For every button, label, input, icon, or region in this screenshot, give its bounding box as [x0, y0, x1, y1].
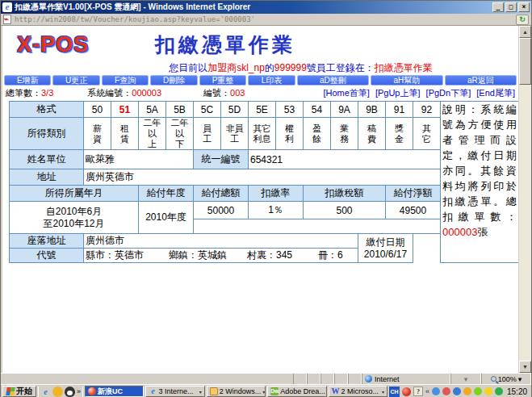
reset-button[interactable]: P重整: [199, 75, 246, 86]
record-no-value: 003: [230, 88, 245, 98]
taskbar-clock[interactable]: 15:20: [507, 387, 527, 396]
pay-total-field[interactable]: 50000: [194, 202, 249, 219]
format-option-5d[interactable]: 5D: [221, 102, 249, 118]
language-indicator[interactable]: CH: [389, 387, 400, 397]
address-field[interactable]: 廣州英德市: [84, 169, 441, 186]
scroll-thumb[interactable]: [519, 38, 531, 85]
uid-button[interactable]: 統一編號: [194, 150, 249, 169]
format-option-9b[interactable]: 9B: [358, 102, 386, 118]
format-option-91[interactable]: 91: [386, 102, 413, 118]
zoom-control[interactable]: 100% ▾: [481, 374, 531, 384]
task-sina-uc[interactable]: 新浪UC: [85, 386, 144, 397]
delete-button[interactable]: D刪除: [150, 75, 197, 86]
add-button[interactable]: E增新: [4, 75, 51, 86]
total-records-label: 總筆數：: [6, 87, 41, 99]
tray-messenger-icon[interactable]: [432, 387, 440, 395]
scroll-up-arrow[interactable]: ▲: [519, 26, 531, 38]
format-option-5a[interactable]: 5A: [139, 102, 166, 118]
format-option-92[interactable]: 92: [413, 102, 441, 118]
nav-home-first[interactable]: [Home首筆]: [323, 88, 369, 98]
record-no-label: 編號：: [203, 87, 230, 99]
scroll-track[interactable]: [519, 85, 531, 361]
pay-year-field: 2010年度: [139, 202, 194, 234]
scroll-down-arrow[interactable]: ▼: [519, 361, 531, 373]
close-button[interactable]: ×: [518, 2, 530, 12]
login-status-line: 您目前以加盟商skl_np的999999號員工登錄在：扣繳憑單作業: [2, 62, 518, 73]
tray-antivirus-icon[interactable]: [463, 387, 471, 395]
format-option-9a[interactable]: 9A: [331, 102, 358, 118]
format-option-5e[interactable]: 5E: [249, 102, 276, 118]
category-other: 其它: [413, 118, 441, 150]
format-option-5c[interactable]: 5C: [194, 102, 221, 118]
category-salary: 薪資: [84, 118, 111, 150]
net-field[interactable]: 49500: [386, 202, 441, 219]
task-windows-explorer-group[interactable]: 2 Windows... ▾: [207, 386, 266, 397]
refresh-go-button[interactable]: ↻: [516, 15, 529, 25]
income-category-label: 所得類別: [10, 118, 84, 150]
rate-field[interactable]: 1％: [249, 202, 304, 219]
tray-safety-icon[interactable]: [495, 387, 503, 395]
page-error-icon: [3, 15, 11, 24]
minimize-button[interactable]: _: [492, 2, 504, 12]
batch-delete-button[interactable]: aD整刪: [297, 75, 369, 86]
nav-pgdn-next[interactable]: [PgDn下筆]: [426, 88, 471, 98]
nav-pgup-prev[interactable]: [PgUp上筆]: [375, 88, 421, 98]
return-button[interactable]: aR返回: [445, 75, 517, 86]
quicklaunch-qq-icon[interactable]: [65, 387, 75, 397]
internet-globe-icon: [365, 375, 372, 382]
code-town[interactable]: 鄉鎮：英城鎮: [169, 249, 247, 262]
print-button[interactable]: L印表: [248, 75, 295, 86]
total-records-value: 3/3: [41, 88, 53, 98]
tray-expand-chevron[interactable]: «: [425, 387, 429, 395]
page-body: X-POS 扣繳憑單作業 您目前以加盟商skl_np的999999號員工登錄在：…: [2, 26, 518, 373]
tray-volume-icon[interactable]: [453, 387, 461, 395]
task-internet-explorer-group[interactable]: e 3 Interne... ▾: [145, 386, 204, 397]
format-option-5b[interactable]: 5B: [166, 102, 194, 118]
tray-qq-icon[interactable]: [442, 387, 450, 395]
name-field[interactable]: 歐萊雅: [84, 150, 194, 169]
format-option-54[interactable]: 54: [304, 102, 331, 118]
query-button[interactable]: F查詢: [102, 75, 149, 86]
voucher-form-table: 格式 50 51 5A 5B 5C 5D 5E 53 54 9A 9B 91 9…: [9, 101, 518, 263]
format-option-50[interactable]: 50: [84, 102, 111, 118]
format-option-51-selected[interactable]: 51: [111, 102, 139, 118]
code-book[interactable]: 冊：6: [318, 249, 358, 262]
url-input[interactable]: http://win2008/tw/Voucher/koujiao.asp?ke…: [15, 15, 516, 23]
category-non-employee: 非員工: [221, 118, 249, 150]
tray-security-icon[interactable]: [402, 387, 411, 396]
task-adobe-dreamweaver[interactable]: Dw Adobe Drea...: [267, 386, 326, 397]
ie-icon: e: [2, 2, 12, 12]
tax-field[interactable]: 500: [304, 202, 386, 219]
location-label: 座落地址: [10, 234, 84, 249]
windows-flag-icon: [6, 387, 15, 395]
quicklaunch-mail-icon[interactable]: [52, 387, 63, 397]
taskbar: 开始 e » 新浪UC e 3 Interne... ▾ 2 Windows..…: [1, 384, 531, 397]
quicklaunch-more-chevron[interactable]: »: [77, 387, 81, 397]
code-village[interactable]: 村裏：345: [247, 249, 318, 262]
status-cell-1: [293, 374, 307, 384]
category-other-interest: 其它利息: [249, 118, 276, 150]
tray-help-icon[interactable]: ?: [413, 387, 423, 396]
help-button[interactable]: aH幫助: [371, 75, 442, 86]
uid-field[interactable]: 654321: [249, 150, 441, 169]
start-button[interactable]: 开始: [2, 386, 36, 397]
nav-end-last[interactable]: [End尾筆]: [476, 88, 515, 98]
word-icon: W: [332, 387, 340, 395]
period-to: 至2010年12月: [11, 218, 136, 230]
tray-shield-icon[interactable]: [484, 387, 492, 395]
task-microsoft-word-group[interactable]: W 2 Microso... ▾: [329, 386, 387, 397]
note-count-unit: 張: [477, 226, 488, 238]
vertical-scrollbar[interactable]: ▲ ▼: [518, 26, 531, 373]
maximize-button[interactable]: □: [505, 2, 517, 12]
system-no-value: 000003: [132, 88, 161, 98]
page-header: X-POS 扣繳憑單作業: [2, 31, 518, 62]
format-option-53[interactable]: 53: [276, 102, 304, 118]
update-button[interactable]: U更正: [52, 75, 99, 86]
category-rent: 租賃: [111, 118, 139, 150]
protected-mode-cell[interactable]: ▾: [450, 374, 481, 384]
code-county[interactable]: 縣市：英德市: [86, 249, 169, 262]
location-field[interactable]: 廣州德市: [84, 234, 358, 249]
quicklaunch-ie-icon[interactable]: e: [40, 387, 51, 397]
tray-update-icon[interactable]: [474, 387, 482, 395]
address-label: 地址: [10, 169, 84, 186]
